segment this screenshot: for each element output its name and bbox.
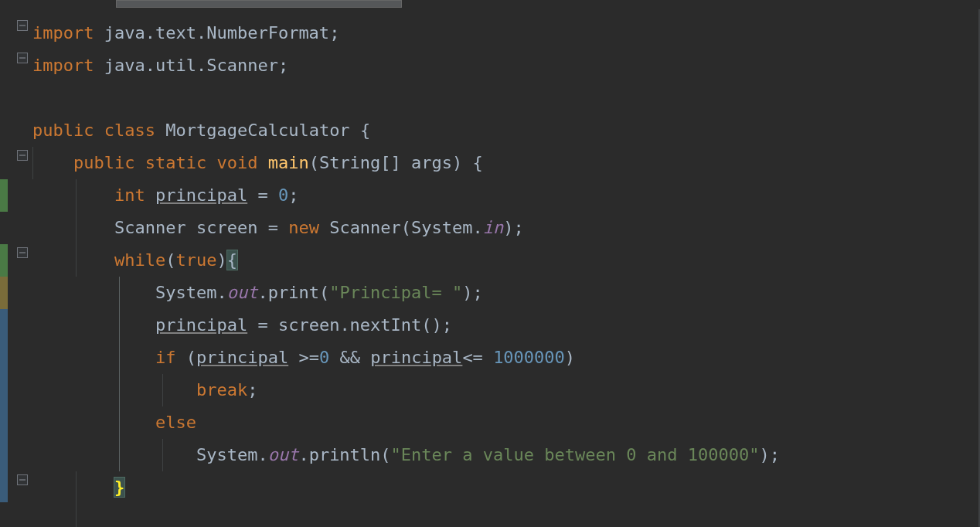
code-line[interactable]: if (principal >=0 && principal<= 1000000… [32, 342, 980, 374]
code-line[interactable]: import java.text.NumberFormat; [32, 17, 980, 49]
matched-brace: { [227, 250, 237, 270]
matched-brace: } [114, 478, 124, 497]
keyword-import: import [32, 56, 104, 75]
fold-toggle-icon[interactable] [15, 148, 29, 162]
code-line[interactable]: import java.util.Scanner; [32, 49, 980, 82]
code-line[interactable] [32, 82, 980, 114]
fold-toggle-icon[interactable] [15, 246, 29, 260]
code-line[interactable]: public class MortgageCalculator { [32, 114, 980, 147]
vcs-change-marker[interactable] [0, 179, 8, 212]
code-editor[interactable]: import java.text.NumberFormat; import ja… [0, 0, 980, 527]
vcs-change-marker[interactable] [0, 244, 8, 277]
code-line[interactable]: int principal = 0; [32, 179, 980, 212]
vcs-change-marker[interactable] [0, 277, 8, 309]
keyword-import: import [32, 23, 104, 42]
fold-toggle-icon[interactable] [15, 473, 29, 487]
code-line[interactable]: public static void main(String[] args) { [32, 147, 980, 179]
editor-gutter[interactable] [0, 0, 32, 527]
code-line[interactable]: else [32, 406, 980, 439]
code-area[interactable]: import java.text.NumberFormat; import ja… [32, 0, 980, 527]
code-line[interactable]: System.out.println("Enter a value betwee… [32, 439, 980, 471]
code-line[interactable]: System.out.print("Principal= "); [32, 277, 980, 309]
code-line[interactable]: } [32, 471, 980, 504]
horizontal-scrollbar[interactable] [116, 0, 402, 8]
code-line[interactable]: break; [32, 374, 980, 406]
code-line[interactable] [32, 504, 980, 527]
code-line[interactable]: while(true){ [32, 244, 980, 277]
code-line[interactable]: principal = screen.nextInt(); [32, 309, 980, 342]
fold-toggle-icon[interactable] [15, 51, 29, 65]
fold-toggle-icon[interactable] [15, 19, 29, 32]
code-line[interactable]: Scanner screen = new Scanner(System.in); [32, 212, 980, 244]
vcs-change-marker[interactable] [0, 309, 8, 502]
